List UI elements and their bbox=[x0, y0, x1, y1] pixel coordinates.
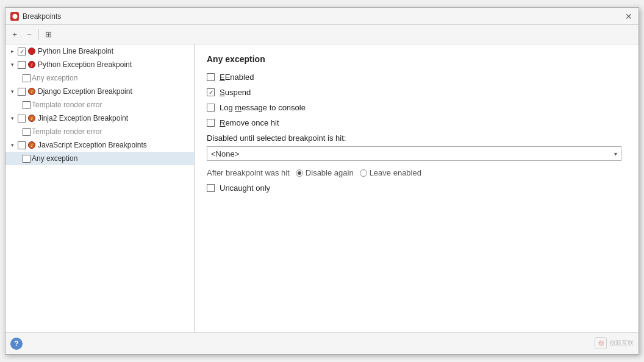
checkbox-any-exception-js[interactable] bbox=[23, 155, 30, 163]
log-message-label: Log message to console bbox=[220, 103, 306, 112]
disable-again-option: Disable again bbox=[296, 168, 354, 177]
tree-item-template-render-jinja2[interactable]: Template render error bbox=[5, 125, 194, 138]
label-js-exception: JavaScript Exception Breakpoints bbox=[38, 141, 147, 149]
disabled-until-label: Disabled until selected breakpoint is hi… bbox=[207, 133, 626, 143]
toolbar-separator bbox=[38, 29, 39, 40]
title-bar: ⬤ Breakpoints ✕ bbox=[5, 8, 639, 25]
enabled-label: EEnabled bbox=[220, 73, 254, 82]
label-jinja2-exception: Jinja2 Exception Breakpoint bbox=[38, 114, 128, 122]
suspend-row: Suspend bbox=[207, 88, 626, 97]
tree-item-python-line[interactable]: Python Line Breakpoint bbox=[5, 44, 194, 58]
title-bar-left: ⬤ Breakpoints bbox=[10, 12, 61, 21]
toolbar: + − ⊞ bbox=[5, 25, 639, 44]
tree-item-template-render-django[interactable]: Template render error bbox=[5, 98, 194, 112]
dropdown-arrow-icon: ▾ bbox=[614, 151, 617, 157]
section-title: Any exception bbox=[207, 54, 626, 64]
tree-item-django-exception[interactable]: ! Django Exception Breakpoint bbox=[5, 85, 194, 98]
watermark-text: 创新互联 bbox=[609, 339, 634, 347]
icon-django-exception: ! bbox=[27, 87, 37, 96]
expand-arrow-python-line[interactable] bbox=[8, 47, 16, 55]
dialog-icon: ⬤ bbox=[10, 12, 19, 21]
icon-js-exception: ! bbox=[27, 140, 37, 150]
add-breakpoint-button[interactable]: + bbox=[8, 28, 21, 41]
label-template-render-jinja2: Template render error bbox=[32, 127, 102, 136]
right-panel: Any exception EEnabled Suspend Log messa… bbox=[195, 44, 639, 332]
uncaught-checkbox[interactable] bbox=[207, 184, 215, 192]
watermark: 创 创新互联 bbox=[595, 337, 634, 349]
remove-once-label: Remove once hit bbox=[220, 118, 279, 127]
tree-item-any-exception-js[interactable]: Any exception bbox=[5, 152, 194, 165]
checkbox-jinja2-exception[interactable] bbox=[18, 115, 26, 122]
content-area: Python Line Breakpoint ! Python Exceptio… bbox=[5, 44, 639, 332]
expand-arrow-django-exception[interactable] bbox=[8, 87, 16, 96]
checkbox-django-exception[interactable] bbox=[18, 88, 26, 96]
tree-item-any-exception-py[interactable]: Any exception bbox=[5, 71, 194, 85]
disabled-until-dropdown[interactable]: <None> ▾ bbox=[207, 146, 621, 161]
after-hit-label: After breakpoint was hit bbox=[207, 168, 290, 177]
enabled-checkbox[interactable] bbox=[207, 73, 215, 81]
checkbox-js-exception[interactable] bbox=[18, 141, 26, 149]
checkbox-python-exception[interactable] bbox=[18, 61, 26, 69]
bottom-bar: ? bbox=[5, 332, 639, 354]
label-any-exception-py: Any exception bbox=[32, 74, 77, 82]
help-button[interactable]: ? bbox=[10, 338, 23, 350]
expand-arrow-js-exception[interactable] bbox=[8, 141, 16, 149]
uncaught-label: Uncaught only bbox=[220, 183, 270, 193]
tree-item-js-exception[interactable]: ! JavaScript Exception Breakpoints bbox=[5, 138, 194, 152]
remove-once-checkbox[interactable] bbox=[207, 119, 215, 127]
suspend-label: Suspend bbox=[220, 88, 251, 97]
tree-item-python-exception[interactable]: ! Python Exception Breakpoint bbox=[5, 58, 194, 71]
breakpoints-tree: Python Line Breakpoint ! Python Exceptio… bbox=[5, 44, 195, 332]
icon-python-exception: ! bbox=[27, 60, 37, 69]
leave-enabled-label: Leave enabled bbox=[370, 168, 421, 177]
leave-enabled-radio[interactable] bbox=[360, 169, 367, 177]
label-template-render-django: Template render error bbox=[32, 101, 102, 109]
icon-jinja2-exception: ! bbox=[27, 113, 37, 123]
leave-enabled-option: Leave enabled bbox=[360, 168, 421, 177]
log-message-checkbox[interactable] bbox=[207, 104, 215, 112]
dropdown-value: <None> bbox=[211, 149, 614, 158]
icon-python-line bbox=[27, 46, 37, 56]
log-message-row: Log message to console bbox=[207, 103, 626, 112]
tree-item-jinja2-exception[interactable]: ! Jinja2 Exception Breakpoint bbox=[5, 112, 194, 125]
after-breakpoint-row: After breakpoint was hit Disable again L… bbox=[207, 168, 626, 177]
checkbox-template-render-jinja2[interactable] bbox=[23, 128, 30, 136]
disable-again-label: Disable again bbox=[306, 168, 354, 177]
remove-breakpoint-button[interactable]: − bbox=[23, 28, 36, 41]
checkbox-python-line[interactable] bbox=[18, 48, 26, 55]
watermark-logo: 创 bbox=[595, 337, 607, 349]
close-button[interactable]: ✕ bbox=[624, 12, 634, 21]
label-any-exception-js: Any exception bbox=[32, 154, 77, 163]
expand-arrow-python-exception[interactable] bbox=[8, 60, 16, 69]
disable-again-radio[interactable] bbox=[296, 169, 303, 177]
uncaught-row: Uncaught only bbox=[207, 183, 626, 193]
label-python-line: Python Line Breakpoint bbox=[38, 47, 113, 55]
label-django-exception: Django Exception Breakpoint bbox=[38, 87, 132, 96]
dialog-title: Breakpoints bbox=[23, 12, 61, 21]
suspend-checkbox[interactable] bbox=[207, 88, 215, 96]
settings-button[interactable]: ⊞ bbox=[41, 28, 55, 41]
remove-once-row: Remove once hit bbox=[207, 118, 626, 127]
label-python-exception: Python Exception Breakpoint bbox=[38, 60, 132, 69]
breakpoints-dialog: ⬤ Breakpoints ✕ + − ⊞ Python Line Breakp… bbox=[5, 7, 639, 355]
dropdown-row: <None> ▾ bbox=[207, 146, 626, 161]
checkbox-any-exception-py[interactable] bbox=[23, 74, 30, 82]
expand-arrow-jinja2-exception[interactable] bbox=[8, 114, 16, 122]
checkbox-template-render-django[interactable] bbox=[23, 101, 30, 109]
enabled-row: EEnabled bbox=[207, 73, 626, 82]
